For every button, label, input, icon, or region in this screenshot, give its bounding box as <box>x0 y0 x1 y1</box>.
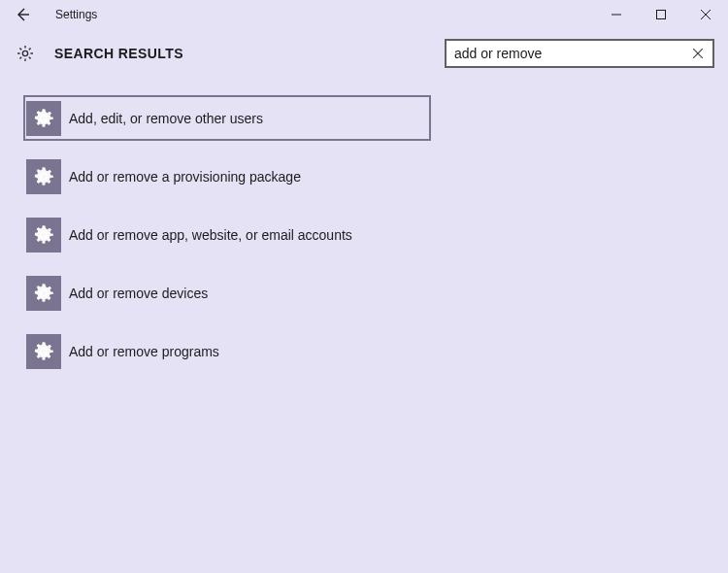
svg-rect-2 <box>657 11 666 19</box>
gear-icon-svg <box>16 44 35 63</box>
search-result[interactable]: Add or remove devices <box>23 270 431 316</box>
maximize-icon <box>656 10 666 19</box>
maximize-button[interactable] <box>639 0 683 29</box>
result-label: Add or remove app, website, or email acc… <box>69 227 352 243</box>
search-input[interactable] <box>447 46 683 61</box>
window-title: Settings <box>44 8 97 21</box>
gear-icon <box>26 334 61 369</box>
result-label: Add or remove programs <box>69 344 219 359</box>
header-row: SEARCH RESULTS <box>0 29 728 68</box>
back-button[interactable] <box>0 0 44 29</box>
result-label: Add or remove devices <box>69 286 208 301</box>
result-label: Add or remove a provisioning package <box>69 169 301 185</box>
search-result[interactable]: Add or remove app, website, or email acc… <box>23 212 431 257</box>
title-bar: Settings <box>0 0 728 29</box>
gear-icon <box>26 276 61 311</box>
minimize-icon <box>612 10 621 19</box>
minimize-button[interactable] <box>594 0 639 29</box>
close-button[interactable] <box>683 0 728 29</box>
page-title: SEARCH RESULTS <box>54 46 183 61</box>
gear-icon <box>26 101 61 136</box>
result-label: Add, edit, or remove other users <box>69 111 263 126</box>
clear-search-button[interactable] <box>683 41 712 66</box>
close-icon <box>701 10 711 19</box>
close-icon <box>693 49 703 58</box>
search-results: Add, edit, or remove other users Add or … <box>0 68 728 374</box>
window-controls <box>594 0 728 29</box>
arrow-left-icon <box>15 7 30 22</box>
search-box[interactable] <box>445 39 714 68</box>
search-result[interactable]: Add or remove a provisioning package <box>23 153 431 199</box>
svg-point-5 <box>22 51 27 55</box>
gear-icon <box>26 159 61 194</box>
gear-icon <box>14 42 37 65</box>
search-result[interactable]: Add, edit, or remove other users <box>23 95 431 141</box>
search-result[interactable]: Add or remove programs <box>23 328 431 374</box>
gear-icon <box>26 218 61 253</box>
